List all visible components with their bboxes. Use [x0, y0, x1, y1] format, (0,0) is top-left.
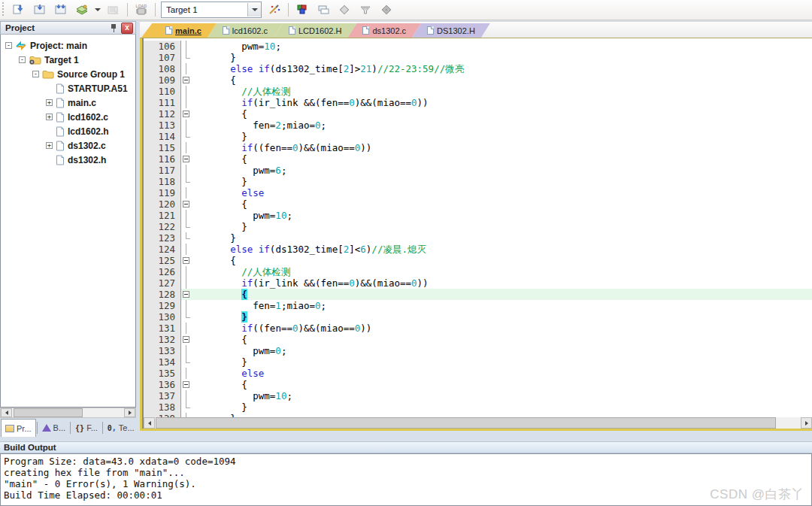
- code-line-116[interactable]: 116 {: [144, 153, 812, 165]
- code-line-122[interactable]: 122 }: [144, 221, 812, 232]
- project-tree[interactable]: -Project: main-Target 1-Source Group 1ST…: [0, 35, 136, 408]
- scroll-right-icon[interactable]: [124, 408, 135, 417]
- fold-collapse-icon[interactable]: [181, 74, 192, 86]
- code-line-118[interactable]: 118 }: [144, 176, 812, 187]
- pin-icon[interactable]: [110, 23, 118, 32]
- fold-minus-box[interactable]: [183, 201, 189, 208]
- stop-build-icon[interactable]: [104, 1, 123, 19]
- project-scroll-thumb[interactable]: [14, 408, 83, 417]
- code-line-138[interactable]: 138 }: [144, 401, 812, 413]
- code-line-124[interactable]: 124 else if(ds1302_time[2]<6)//凌晨.熄灭: [144, 244, 812, 255]
- editor-scroll-track[interactable]: [155, 417, 801, 429]
- fold-minus-box[interactable]: [183, 257, 189, 264]
- code-line-117[interactable]: 117 pwm=6;: [144, 165, 812, 176]
- fold-minus-box[interactable]: [183, 111, 189, 117]
- manage-components-icon[interactable]: [292, 1, 312, 19]
- batch-build-icon[interactable]: [72, 1, 92, 19]
- fold-minus-box[interactable]: [183, 156, 189, 162]
- view-tab-books[interactable]: B...: [38, 419, 70, 437]
- code-line-125[interactable]: 125 {: [144, 255, 812, 266]
- project-horizontal-scrollbar[interactable]: [0, 408, 136, 418]
- code-line-107[interactable]: 107 }: [144, 52, 812, 63]
- code-line-112[interactable]: 112 {: [144, 108, 812, 120]
- tab-main-c[interactable]: main.c: [150, 23, 217, 38]
- build-output-header[interactable]: Build Output: [0, 441, 812, 453]
- code-line-123[interactable]: 123 }: [144, 232, 812, 244]
- code-line-127[interactable]: 127 if(ir_link &&(fen==0)&&(miao==0)): [144, 277, 812, 289]
- fold-collapse-icon[interactable]: [181, 108, 192, 120]
- target-select-dropdown-icon[interactable]: [247, 3, 261, 17]
- mesh-diamond-icon[interactable]: [377, 1, 396, 19]
- editor-scroll-right-icon[interactable]: [801, 417, 812, 429]
- tree-expander-plus-icon[interactable]: +: [46, 142, 53, 149]
- code-line-133[interactable]: 133 pwm=0;: [144, 345, 812, 356]
- code-line-121[interactable]: 121 pwm=10;: [144, 210, 812, 221]
- fold-collapse-icon[interactable]: [181, 153, 192, 165]
- editor-scroll-left-icon[interactable]: [144, 417, 155, 429]
- code-line-120[interactable]: 120 {: [144, 198, 812, 210]
- code-line-136[interactable]: 136 {: [144, 379, 812, 390]
- tree-item-main-c[interactable]: +main.c: [1, 95, 135, 110]
- window-layout-icon[interactable]: [314, 1, 333, 19]
- tree-item-lcd1602-h[interactable]: lcd1602.h: [1, 124, 135, 138]
- editor-horizontal-scrollbar[interactable]: [142, 417, 812, 429]
- fold-collapse-icon[interactable]: [181, 289, 192, 300]
- target-select[interactable]: Target 1: [161, 2, 262, 18]
- tab-lcd1602-c[interactable]: lcd1602.c: [208, 23, 283, 38]
- download-flash-icon[interactable]: LOAD: [132, 1, 151, 19]
- code-line-110[interactable]: 110 //人体检测: [144, 86, 812, 97]
- tab-ds1302-h[interactable]: DS1302.H: [412, 23, 490, 38]
- tree-item-source-group-1[interactable]: -Source Group 1: [1, 67, 135, 81]
- view-tab-functions[interactable]: {}F...: [71, 419, 102, 437]
- project-scroll-track[interactable]: [12, 408, 124, 417]
- view-tab-project[interactable]: Pr...: [1, 419, 36, 437]
- tree-expander-minus-icon[interactable]: -: [32, 71, 39, 77]
- code-line-114[interactable]: 114 }: [144, 131, 812, 142]
- view-tab-templates[interactable]: 0,Te...: [104, 419, 138, 437]
- fold-collapse-icon[interactable]: [181, 255, 192, 266]
- editor-scroll-thumb[interactable]: [156, 417, 776, 429]
- code-line-119[interactable]: 119 else: [144, 187, 812, 198]
- code-line-128[interactable]: 128 {: [144, 289, 812, 300]
- code-line-137[interactable]: 137 pwm=10;: [144, 390, 812, 401]
- rebuild-icon[interactable]: [51, 1, 71, 19]
- tab-lcd1602-h[interactable]: LCD1602.H: [274, 23, 356, 38]
- code-line-130[interactable]: 130 }: [144, 311, 812, 323]
- tree-item-ds1302-c[interactable]: +ds1302.c: [1, 138, 135, 153]
- code-line-115[interactable]: 115 if((fen==0)&&(miao==0)): [144, 142, 812, 153]
- code-line-132[interactable]: 132 {: [144, 334, 812, 345]
- code-line-109[interactable]: 109 {: [144, 74, 812, 86]
- code-line-126[interactable]: 126 //人体检测: [144, 266, 812, 277]
- code-editor[interactable]: 106 pwm=10;107 }108 else if(ds1302_time[…: [142, 38, 812, 417]
- close-icon[interactable]: x: [121, 23, 133, 34]
- tree-item-target-1[interactable]: -Target 1: [1, 53, 135, 67]
- fold-collapse-icon[interactable]: [181, 379, 192, 390]
- scroll-left-icon[interactable]: [1, 408, 12, 417]
- tree-item-lcd1602-c[interactable]: +lcd1602.c: [1, 110, 135, 124]
- code-line-111[interactable]: 111 if(ir_link &&(fen==0)&&(miao==0)): [144, 97, 812, 108]
- translate-icon[interactable]: [9, 1, 29, 19]
- code-line-131[interactable]: 131 if((fen==0)&&(miao==0)): [144, 323, 812, 334]
- build-output-content[interactable]: Program Size: data=43.0 xdata=0 code=109…: [0, 453, 812, 506]
- code-line-113[interactable]: 113 fen=2;miao=0;: [144, 120, 812, 131]
- funnel-icon[interactable]: [356, 1, 375, 19]
- fold-collapse-icon[interactable]: [181, 334, 192, 345]
- tree-item-startup-a51[interactable]: STARTUP.A51: [1, 81, 135, 95]
- fold-minus-box[interactable]: [183, 77, 189, 83]
- fold-minus-box[interactable]: [183, 336, 189, 343]
- code-line-134[interactable]: 134 }: [144, 356, 812, 368]
- tab-ds1302-c[interactable]: ds1302.c: [347, 23, 421, 38]
- code-line-106[interactable]: 106 pwm=10;: [144, 41, 812, 52]
- diamond-icon[interactable]: [335, 1, 354, 19]
- code-line-108[interactable]: 108 else if(ds1302_time[2]>21)//22-23:59…: [144, 63, 812, 74]
- fold-minus-box[interactable]: [183, 291, 189, 298]
- tree-expander-plus-icon[interactable]: +: [46, 99, 53, 106]
- code-line-135[interactable]: 135 else: [144, 368, 812, 379]
- tree-item-project-main[interactable]: -Project: main: [1, 38, 135, 53]
- tree-expander-minus-icon[interactable]: -: [19, 56, 26, 63]
- build-icon[interactable]: [30, 1, 50, 19]
- tree-expander-minus-icon[interactable]: -: [5, 42, 12, 49]
- toolbar-grip[interactable]: [2, 2, 5, 17]
- target-options-wand-icon[interactable]: [265, 1, 284, 19]
- code-line-129[interactable]: 129 fen=1;miao=0;: [144, 300, 812, 311]
